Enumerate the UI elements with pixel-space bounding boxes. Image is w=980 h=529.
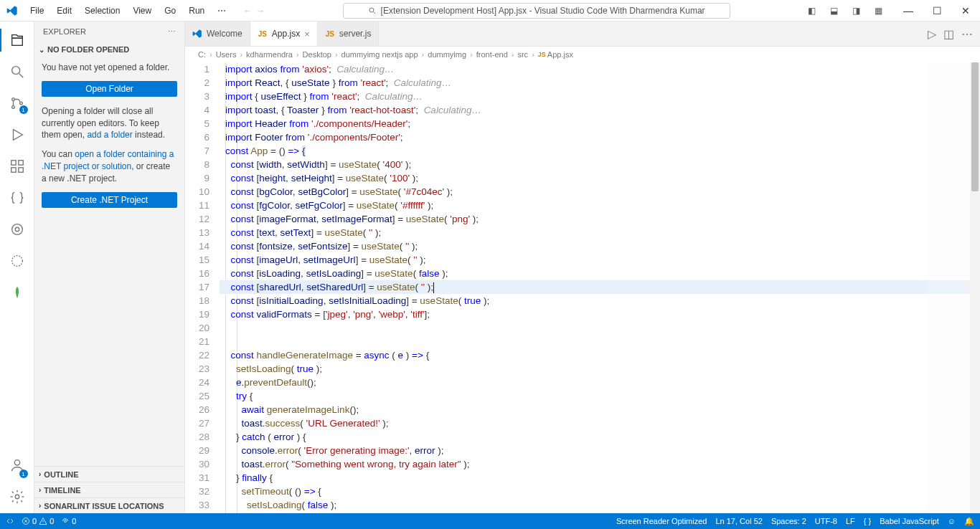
code-line[interactable]: const [fgColor, setFgColor] = useState( …	[220, 199, 980, 212]
crumb[interactable]: kdharmendra	[246, 50, 293, 59]
customize-layout-icon[interactable]: ▦	[870, 3, 887, 19]
code-lines[interactable]: import axios from 'axios'; Calculating…i…	[220, 62, 980, 513]
run-icon[interactable]: ▷	[928, 27, 936, 41]
code-line[interactable]: const [width, setWidth] = useState( '400…	[220, 158, 980, 171]
code-line[interactable]: try {	[220, 389, 980, 403]
code-line[interactable]: const [fontsize, setFontsize] = useState…	[220, 239, 980, 253]
encoding-status[interactable]: UTF-8	[815, 517, 837, 525]
feedback-icon[interactable]: ☺	[948, 517, 956, 525]
maximize-icon[interactable]: ☐	[923, 0, 951, 22]
settings-gear-icon[interactable]	[0, 485, 34, 513]
code-line[interactable]: const validFormats = ['jpeg', 'png', 'we…	[220, 308, 980, 321]
code-line[interactable]: import Header from './components/Header'…	[220, 117, 980, 130]
code-line[interactable]: e.preventDefault();	[220, 376, 980, 389]
code-line[interactable]: import axios from 'axios'; Calculating…	[220, 62, 980, 76]
code-line[interactable]: } catch ( error ) {	[220, 430, 980, 444]
tab-welcome[interactable]: Welcome	[185, 22, 250, 46]
no-folder-header[interactable]: ⌄ NO FOLDER OPENED	[34, 42, 184, 57]
code-line[interactable]: toast.success( 'URL Generated!' );	[220, 416, 980, 430]
problems-status[interactable]: 0 0	[22, 517, 54, 525]
remote-explorer-icon[interactable]	[0, 247, 34, 275]
language-mode-braces-icon[interactable]: { }	[864, 517, 871, 525]
minimap[interactable]	[927, 62, 970, 513]
search-icon[interactable]	[0, 57, 34, 86]
code-line[interactable]: import toast, { Toaster } from 'react-ho…	[220, 103, 980, 117]
remote-indicator[interactable]	[6, 517, 14, 525]
code-line[interactable]	[220, 321, 980, 335]
code-line[interactable]: import { useEffect } from 'react'; Calcu…	[220, 90, 980, 103]
menu-go[interactable]: Go	[159, 3, 182, 19]
code-line[interactable]: const [isInitialLoading, setIsInitialLoa…	[220, 294, 980, 308]
code-line[interactable]: const [isLoading, setIsLoading] = useSta…	[220, 267, 980, 280]
code-line[interactable]: setTimeout( () => {	[220, 485, 980, 498]
menu-file[interactable]: File	[24, 3, 50, 19]
close-tab-icon[interactable]: ×	[304, 29, 310, 39]
crumb[interactable]: dummyimg nextjs app	[341, 50, 418, 59]
screen-reader-status[interactable]: Screen Reader Optimized	[616, 517, 707, 525]
close-icon[interactable]: ✕	[951, 0, 980, 22]
vertical-scrollbar[interactable]	[970, 62, 980, 513]
code-line[interactable]: }, 500 );	[220, 512, 980, 513]
code-line[interactable]: const [bgColor, setBgColor] = useState( …	[220, 185, 980, 199]
language-mode[interactable]: Babel JavaScript	[880, 517, 939, 525]
code-line[interactable]: setIsLoading( false );	[220, 498, 980, 512]
sidebar-more-icon[interactable]: ⋯	[168, 27, 176, 37]
menu-view[interactable]: View	[127, 3, 157, 19]
testing-icon[interactable]	[0, 215, 34, 244]
add-folder-link[interactable]: add a folder	[87, 130, 132, 140]
code-line[interactable]: const App = () => {	[220, 144, 980, 158]
explorer-icon[interactable]	[0, 26, 34, 54]
code-line[interactable]: } finally {	[220, 471, 980, 485]
code-line[interactable]: const [text, setText] = useState( '' );	[220, 226, 980, 239]
code-line[interactable]: const [imageFormat, setImageFormat] = us…	[220, 212, 980, 226]
code-line[interactable]: import React, { useState } from 'react';…	[220, 76, 980, 90]
code-line[interactable]: const handleGenerateImage = async ( e ) …	[220, 348, 980, 362]
cursor-position[interactable]: Ln 17, Col 52	[715, 517, 762, 525]
crumb[interactable]: dummyimg	[428, 50, 466, 59]
open-folder-button[interactable]: Open Folder	[42, 81, 177, 97]
crumb[interactable]: App.jsx	[547, 50, 573, 59]
code-line[interactable]: await generateImageLink();	[220, 403, 980, 416]
more-actions-icon[interactable]: ⋯	[961, 27, 973, 41]
nav-back-icon[interactable]: ←	[243, 6, 252, 16]
menu-edit[interactable]: Edit	[51, 3, 77, 19]
toggle-secondary-sidebar-icon[interactable]: ◨	[848, 3, 864, 19]
tab-app-jsx[interactable]: JS App.jsx ×	[250, 22, 318, 46]
code-line[interactable]: const [sharedUrl, setSharedUrl] = useSta…	[220, 280, 980, 294]
minimize-icon[interactable]: —	[894, 0, 923, 22]
sonarlint-section[interactable]: ›SONARLINT ISSUE LOCATIONS	[34, 497, 184, 513]
crumb[interactable]: Desktop	[303, 50, 331, 59]
code-line[interactable]: const [height, setHeight] = useState( '1…	[220, 171, 980, 185]
code-line[interactable]	[220, 335, 980, 348]
nav-forward-icon[interactable]: →	[256, 6, 265, 16]
code-line[interactable]: console.error( 'Error generating image:'…	[220, 444, 980, 457]
menu-run[interactable]: Run	[183, 3, 210, 19]
crumb[interactable]: front-end	[476, 50, 508, 59]
crumb[interactable]: src	[517, 50, 528, 59]
search-box[interactable]: [Extension Development Host] App.jsx - V…	[343, 3, 730, 19]
outline-section[interactable]: ›OUTLINE	[34, 466, 184, 482]
scrollbar-thumb[interactable]	[971, 62, 979, 191]
code-line[interactable]: const [imageUrl, setImageUrl] = useState…	[220, 253, 980, 267]
crumb[interactable]: C:	[198, 50, 206, 59]
ports-status[interactable]: 0	[61, 517, 76, 525]
tab-server-js[interactable]: JS server.js	[318, 22, 380, 46]
toggle-primary-sidebar-icon[interactable]: ◧	[804, 3, 820, 19]
code-editor[interactable]: 1234567891011121314151617181920212223242…	[185, 62, 980, 513]
breadcrumb[interactable]: C:› Users› kdharmendra› Desktop› dummyim…	[185, 47, 980, 62]
extensions-icon[interactable]	[0, 152, 34, 181]
create-net-project-button[interactable]: Create .NET Project	[42, 192, 177, 208]
indentation-status[interactable]: Spaces: 2	[771, 517, 806, 525]
code-line[interactable]: setIsLoading( true );	[220, 362, 980, 376]
timeline-section[interactable]: ›TIMELINE	[34, 482, 184, 497]
eol-status[interactable]: LF	[846, 517, 855, 525]
toggle-panel-icon[interactable]: ⬓	[826, 3, 842, 19]
split-editor-icon[interactable]: ◫	[943, 27, 954, 41]
menu-selection[interactable]: Selection	[79, 3, 126, 19]
menu-more-icon[interactable]: ⋯	[212, 3, 232, 19]
mongodb-icon[interactable]	[0, 278, 34, 307]
notifications-bell-icon[interactable]: 🔔	[964, 517, 974, 526]
code-line[interactable]: toast.error( "Something went wrong, try …	[220, 457, 980, 471]
crumb[interactable]: Users	[216, 50, 237, 59]
source-control-icon[interactable]: 1	[0, 89, 34, 118]
